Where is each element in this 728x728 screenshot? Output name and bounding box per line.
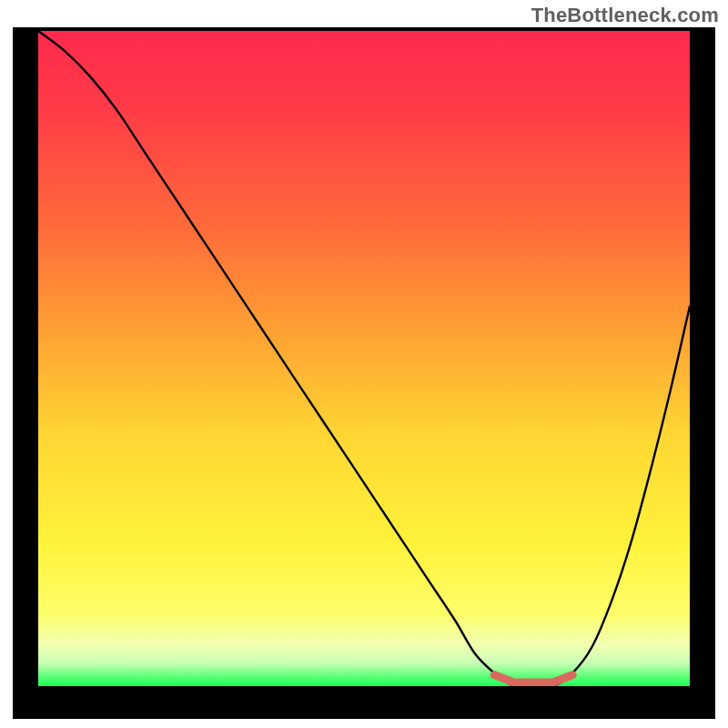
chart-stage: TheBottleneck.com [0, 0, 728, 728]
plot-frame [13, 27, 715, 719]
plot-area [38, 31, 690, 686]
watermark-text: TheBottleneck.com [531, 4, 719, 27]
optimal-region-highlight [38, 31, 690, 686]
